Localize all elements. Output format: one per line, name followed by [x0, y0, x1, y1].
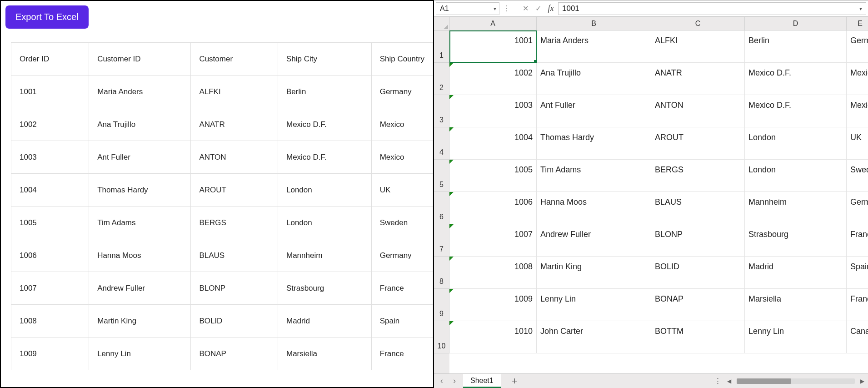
tab-next-icon[interactable]: ›: [450, 376, 459, 386]
cell-orderid[interactable]: 1003: [11, 141, 89, 174]
col-header-E[interactable]: E: [847, 17, 868, 30]
cell-A8[interactable]: 1008: [449, 257, 537, 289]
cell-shipcity[interactable]: Strasbourg: [278, 272, 371, 305]
cell-C2[interactable]: ANATR: [651, 63, 745, 95]
cell-C8[interactable]: BOLID: [651, 257, 745, 289]
cell-B4[interactable]: Thomas Hardy: [537, 127, 651, 160]
cell-D10[interactable]: Lenny Lin: [745, 321, 847, 353]
cell-A2[interactable]: 1002: [449, 63, 537, 95]
cancel-icon[interactable]: ✕: [520, 2, 531, 15]
cell-E3[interactable]: Mexico: [847, 95, 868, 127]
cell-customer[interactable]: BONAP: [191, 338, 278, 370]
cell-C9[interactable]: BONAP: [651, 289, 745, 321]
row-header-3[interactable]: 3: [434, 95, 449, 127]
cell-orderid[interactable]: 1004: [11, 174, 89, 207]
cell-customerid[interactable]: Maria Anders: [89, 76, 191, 108]
cell-customerid[interactable]: Martin King: [89, 305, 191, 338]
row-header-10[interactable]: 10: [434, 321, 449, 353]
cell-shipcountry[interactable]: Germany: [371, 76, 433, 108]
cell-shipcity[interactable]: Marsiella: [278, 338, 371, 370]
cell-B2[interactable]: Ana Trujillo: [537, 63, 651, 95]
row-header-6[interactable]: 6: [434, 192, 449, 224]
cell-shipcity[interactable]: Mexico D.F.: [278, 108, 371, 141]
cell-customerid[interactable]: Lenny Lin: [89, 338, 191, 370]
cell-B10[interactable]: John Carter: [537, 321, 651, 353]
cell-D6[interactable]: Mannheim: [745, 192, 847, 224]
cell-D1[interactable]: Berlin: [745, 30, 847, 63]
cell-orderid[interactable]: 1001: [11, 76, 89, 108]
cell-customer[interactable]: BERGS: [191, 207, 278, 239]
cell-customerid[interactable]: Ana Trujillo: [89, 108, 191, 141]
cell-orderid[interactable]: 1002: [11, 108, 89, 141]
confirm-icon[interactable]: ✓: [533, 2, 544, 15]
cell-E9[interactable]: France: [847, 289, 868, 321]
cell-shipcountry[interactable]: UK: [371, 174, 433, 207]
cell-shipcity[interactable]: London: [278, 174, 371, 207]
cell-C5[interactable]: BERGS: [651, 160, 745, 192]
fx-icon[interactable]: fx: [545, 2, 556, 15]
cell-A3[interactable]: 1003: [449, 95, 537, 127]
row-header-5[interactable]: 5: [434, 160, 449, 192]
cell-A10[interactable]: 1010: [449, 321, 537, 353]
cell-E8[interactable]: Spain: [847, 257, 868, 289]
cell-customerid[interactable]: Thomas Hardy: [89, 174, 191, 207]
hscroll-left-icon[interactable]: ◀: [727, 378, 731, 384]
cell-D7[interactable]: Strasbourg: [745, 224, 847, 257]
tab-prev-icon[interactable]: ‹: [438, 376, 446, 386]
row-header-1[interactable]: 1: [434, 30, 449, 63]
cell-B8[interactable]: Martin King: [537, 257, 651, 289]
cell-shipcountry[interactable]: Germany: [371, 239, 433, 272]
table-row[interactable]: 1006Hanna MoosBLAUSMannheimGermany: [11, 239, 433, 272]
cell-A6[interactable]: 1006: [449, 192, 537, 224]
cell-shipcountry[interactable]: Sweden: [371, 207, 433, 239]
col-header-customerid[interactable]: Customer ID: [89, 43, 191, 76]
table-row[interactable]: 1007Andrew FullerBLONPStrasbourgFrance: [11, 272, 433, 305]
cell-customer[interactable]: AROUT: [191, 174, 278, 207]
row-header-4[interactable]: 4: [434, 127, 449, 160]
cell-customer[interactable]: BLONP: [191, 272, 278, 305]
cell-shipcountry[interactable]: France: [371, 272, 433, 305]
cell-orderid[interactable]: 1005: [11, 207, 89, 239]
name-box[interactable]: A1 ▾: [436, 2, 499, 15]
cell-E1[interactable]: Germany: [847, 30, 868, 63]
formula-input[interactable]: 1001 ▾: [558, 2, 866, 15]
cell-B3[interactable]: Ant Fuller: [537, 95, 651, 127]
cell-A4[interactable]: 1004: [449, 127, 537, 160]
col-header-C[interactable]: C: [651, 17, 745, 30]
cell-E10[interactable]: Canada: [847, 321, 868, 353]
row-header-7[interactable]: 7: [434, 224, 449, 257]
cell-shipcountry[interactable]: Mexico: [371, 108, 433, 141]
col-header-D[interactable]: D: [745, 17, 847, 30]
cell-customer[interactable]: ALFKI: [191, 76, 278, 108]
row-header-9[interactable]: 9: [434, 289, 449, 321]
col-header-B[interactable]: B: [537, 17, 651, 30]
cell-shipcity[interactable]: Berlin: [278, 76, 371, 108]
cell-E5[interactable]: Sweden: [847, 160, 868, 192]
scrollbar-thumb[interactable]: [737, 378, 791, 384]
cell-shipcountry[interactable]: Spain: [371, 305, 433, 338]
cell-shipcity[interactable]: London: [278, 207, 371, 239]
sheet-tab-sheet1[interactable]: Sheet1: [463, 374, 501, 388]
row-header-2[interactable]: 2: [434, 63, 449, 95]
table-row[interactable]: 1001Maria AndersALFKIBerlinGermany: [11, 76, 433, 108]
cell-E6[interactable]: Germany: [847, 192, 868, 224]
cell-shipcountry[interactable]: Mexico: [371, 141, 433, 174]
cell-customer[interactable]: BOLID: [191, 305, 278, 338]
cell-B5[interactable]: Tim Adams: [537, 160, 651, 192]
cell-B1[interactable]: Maria Anders: [537, 30, 651, 63]
cell-D3[interactable]: Mexico D.F.: [745, 95, 847, 127]
cell-C4[interactable]: AROUT: [651, 127, 745, 160]
table-row[interactable]: 1003Ant FullerANTONMexico D.F.Mexico: [11, 141, 433, 174]
cell-B7[interactable]: Andrew Fuller: [537, 224, 651, 257]
cell-orderid[interactable]: 1008: [11, 305, 89, 338]
table-row[interactable]: 1002Ana TrujilloANATRMexico D.F.Mexico: [11, 108, 433, 141]
cell-orderid[interactable]: 1009: [11, 338, 89, 370]
cell-shipcity[interactable]: Madrid: [278, 305, 371, 338]
cell-E7[interactable]: France: [847, 224, 868, 257]
cell-B9[interactable]: Lenny Lin: [537, 289, 651, 321]
cell-D2[interactable]: Mexico D.F.: [745, 63, 847, 95]
col-header-shipcity[interactable]: Ship City: [278, 43, 371, 76]
table-row[interactable]: 1008Martin KingBOLIDMadridSpain: [11, 305, 433, 338]
cell-customerid[interactable]: Tim Adams: [89, 207, 191, 239]
cell-customerid[interactable]: Andrew Fuller: [89, 272, 191, 305]
